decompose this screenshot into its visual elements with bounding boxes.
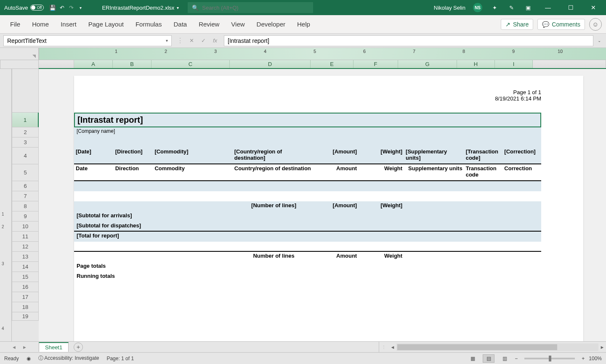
row-11[interactable]: 11 bbox=[12, 232, 39, 242]
search-bar[interactable]: 🔍 bbox=[187, 2, 314, 13]
search-icon: 🔍 bbox=[192, 5, 199, 11]
row-15[interactable]: 15 bbox=[12, 272, 39, 282]
tab-view[interactable]: View bbox=[225, 15, 250, 34]
col-C[interactable]: C bbox=[152, 60, 230, 68]
view-page-layout[interactable]: ▤ bbox=[483, 354, 494, 363]
sheet-nav[interactable]: ◄► bbox=[0, 345, 39, 350]
hdr-country-ph: [Country/region of destination] bbox=[233, 148, 315, 162]
sheet-tab-1[interactable]: Sheet1 bbox=[39, 342, 69, 352]
row-8[interactable]: 8 bbox=[12, 201, 39, 211]
row-7[interactable]: 7 bbox=[12, 191, 39, 201]
accessibility-status[interactable]: ⓘ Accessibility: Investigate bbox=[38, 355, 99, 362]
horizontal-scrollbar[interactable] bbox=[396, 343, 598, 351]
close-button[interactable]: ✕ bbox=[586, 4, 601, 11]
row-18[interactable]: 18 bbox=[12, 302, 39, 312]
avatar[interactable]: NS bbox=[473, 3, 482, 12]
macro-record-icon[interactable]: ◉ bbox=[27, 356, 31, 361]
zoom-thumb[interactable] bbox=[549, 356, 551, 361]
share-button[interactable]: ↗ Share bbox=[501, 19, 533, 30]
formula-expand-icon[interactable]: ⌄ bbox=[596, 38, 603, 43]
redo-icon[interactable]: ↷ bbox=[66, 5, 76, 11]
formula-input[interactable]: [Intrastat report] bbox=[224, 35, 593, 46]
row-17[interactable]: 17 bbox=[12, 292, 39, 302]
col-B[interactable]: B bbox=[113, 60, 152, 68]
fx-icon[interactable]: fx bbox=[211, 37, 219, 44]
page-totals: Page totals bbox=[77, 263, 106, 269]
undo-icon[interactable]: ↶ bbox=[57, 5, 66, 11]
tab-formulas[interactable]: Formulas bbox=[130, 15, 168, 34]
view-page-break[interactable]: ▥ bbox=[499, 354, 510, 363]
report-title-cell[interactable]: [Intrastat report] bbox=[74, 113, 541, 127]
col-H[interactable]: H bbox=[457, 60, 495, 68]
footer-numlines: Number of lines bbox=[233, 252, 315, 260]
col-D[interactable]: D bbox=[230, 60, 311, 68]
autosave-toggle[interactable] bbox=[30, 5, 44, 11]
qat-dropdown-icon[interactable]: ▾ bbox=[76, 5, 85, 10]
hdr-trans-ph: [Transaction code] bbox=[464, 148, 503, 162]
col-E[interactable]: E bbox=[311, 60, 354, 68]
tab-page-layout[interactable]: Page Layout bbox=[82, 15, 130, 34]
feedback-button[interactable]: ☺ bbox=[589, 18, 602, 31]
comments-button[interactable]: 💬 Comments bbox=[537, 19, 585, 30]
select-all-corner[interactable] bbox=[0, 60, 39, 69]
row-14[interactable]: 14 bbox=[12, 262, 39, 272]
user-name[interactable]: Nikolay Selin bbox=[434, 5, 465, 11]
row-12[interactable]: 12 bbox=[12, 242, 39, 252]
tab-review[interactable]: Review bbox=[193, 15, 225, 34]
zoom-slider[interactable] bbox=[524, 358, 575, 359]
row-2[interactable]: 2 bbox=[12, 127, 39, 137]
zoom-level[interactable]: 100% bbox=[589, 356, 602, 361]
row-13[interactable]: 13 bbox=[12, 252, 39, 262]
row-3[interactable]: 3 bbox=[12, 137, 39, 148]
tab-developer[interactable]: Developer bbox=[251, 15, 291, 34]
view-normal[interactable]: ▦ bbox=[467, 354, 478, 363]
hscroll-thumb[interactable] bbox=[397, 344, 557, 350]
hscroll-right[interactable]: ► bbox=[598, 345, 606, 350]
vertical-ruler[interactable]: 1 2 3 4 bbox=[0, 69, 12, 341]
search-input[interactable] bbox=[202, 5, 309, 11]
page-status: Page: 1 of 1 bbox=[106, 356, 134, 361]
ribbon: File Home Insert Page Layout Formulas Da… bbox=[0, 15, 606, 34]
cancel-icon[interactable]: ✕ bbox=[188, 37, 195, 44]
minimize-button[interactable]: — bbox=[540, 4, 556, 11]
tab-help[interactable]: Help bbox=[291, 15, 316, 34]
zoom-out[interactable]: − bbox=[515, 356, 518, 361]
ribbon-display-icon[interactable]: ▣ bbox=[524, 5, 533, 11]
row-4[interactable]: 4 bbox=[12, 148, 39, 164]
footer-weight: Weight bbox=[359, 252, 404, 260]
row-19[interactable]: 19 bbox=[12, 312, 39, 321]
hdr-direction-ph: [Direction] bbox=[114, 148, 153, 162]
save-icon[interactable]: 💾 bbox=[48, 5, 57, 11]
tab-home[interactable]: Home bbox=[26, 15, 55, 34]
row-9[interactable]: 9 bbox=[12, 211, 39, 222]
amount-ph2: [Amount] bbox=[315, 201, 359, 209]
row-10[interactable]: 10 bbox=[12, 222, 39, 232]
premium-icon[interactable]: ✦ bbox=[490, 5, 499, 11]
hdr-date: Date bbox=[74, 164, 114, 179]
name-box[interactable]: ReportTitleText ▾ bbox=[3, 35, 172, 46]
status-ready: Ready bbox=[4, 356, 19, 361]
col-F[interactable]: F bbox=[354, 60, 398, 68]
tab-scroll-splitter[interactable]: ⋮ bbox=[379, 342, 389, 352]
maximize-button[interactable]: ☐ bbox=[563, 4, 578, 11]
tab-insert[interactable]: Insert bbox=[55, 15, 82, 34]
row-6[interactable]: 6 bbox=[12, 181, 39, 191]
row-16[interactable]: 16 bbox=[12, 282, 39, 292]
enter-icon[interactable]: ✓ bbox=[199, 37, 207, 44]
name-box-dropdown-icon[interactable]: ▾ bbox=[166, 38, 168, 43]
zoom-in[interactable]: + bbox=[582, 356, 585, 361]
col-G[interactable]: G bbox=[398, 60, 457, 68]
h-ruler[interactable]: 123 456 789 10 bbox=[39, 48, 606, 60]
worksheet[interactable]: Page 1 of 1 8/19/2021 6:14 PM [Intrastat… bbox=[39, 69, 606, 341]
coming-soon-icon[interactable]: ✎ bbox=[507, 5, 516, 11]
add-sheet-button[interactable]: ＋ bbox=[74, 343, 83, 352]
filename-group[interactable]: ERIntrastatReportDemo2.xlsx ▾ bbox=[102, 5, 179, 11]
page-number: Page 1 of 1 bbox=[74, 89, 541, 95]
tab-file[interactable]: File bbox=[4, 15, 26, 34]
row-1[interactable]: 1 bbox=[12, 113, 39, 127]
hscroll-left[interactable]: ◄ bbox=[389, 345, 396, 350]
tab-data[interactable]: Data bbox=[167, 15, 193, 34]
row-5[interactable]: 5 bbox=[12, 164, 39, 181]
col-I[interactable]: I bbox=[495, 60, 533, 68]
col-A[interactable]: A bbox=[74, 60, 113, 68]
